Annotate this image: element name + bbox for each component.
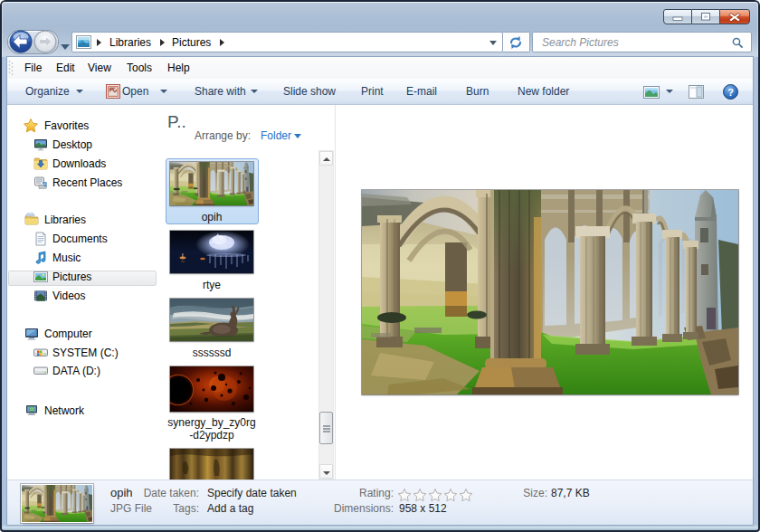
svg-text:?: ? [727,87,734,98]
